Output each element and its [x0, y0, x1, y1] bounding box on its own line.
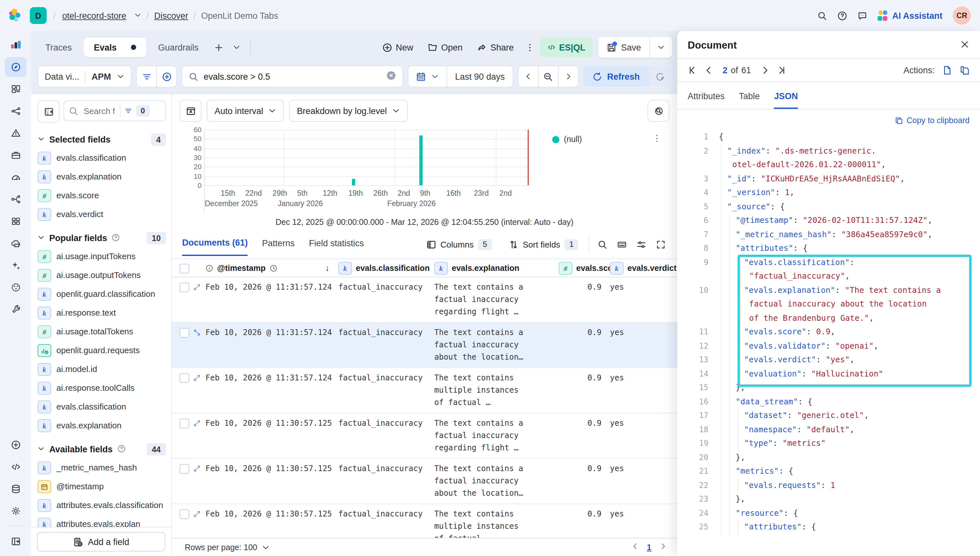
nav-data-icon[interactable] — [5, 478, 27, 499]
tab-list-chevron-icon[interactable] — [228, 39, 245, 56]
collapse-fields-icon[interactable] — [37, 100, 60, 123]
section-help-icon[interactable] — [112, 233, 120, 243]
grid-keyboard-icon[interactable] — [613, 235, 631, 254]
grid-header-timestamp[interactable]: @timestamp↓ — [205, 263, 338, 273]
rows-per-page[interactable]: Rows per page: 100 — [185, 543, 270, 552]
add-field-button[interactable]: Add a field — [37, 532, 165, 551]
nav-alerts-icon[interactable] — [5, 123, 27, 143]
view-single-document-icon[interactable] — [943, 65, 952, 75]
new-button[interactable]: New — [376, 37, 419, 57]
share-button[interactable]: Share — [471, 37, 519, 57]
query-input[interactable]: evals.score > 0.5 — [182, 65, 403, 87]
field-item[interactable]: kevals.verdict — [37, 208, 166, 221]
analytics-logo-icon[interactable] — [5, 35, 27, 55]
sort-fields-button[interactable]: Sort fields1 — [502, 234, 585, 254]
flyout-tab-table[interactable]: Table — [739, 91, 760, 109]
field-item[interactable]: kai.response.text — [37, 307, 166, 320]
refresh-button[interactable]: Refresh — [583, 66, 649, 87]
space-badge[interactable]: D — [30, 7, 47, 24]
chart-plot[interactable]: 15th22nd29th5th12th19th26th2nd9th16th23r… — [204, 129, 529, 213]
save-visualization-icon[interactable] — [647, 100, 670, 122]
last-doc-icon[interactable] — [776, 65, 786, 75]
field-search-input[interactable]: 0 — [63, 100, 166, 121]
nav-machine-learning-icon[interactable] — [5, 101, 27, 121]
filter-icon[interactable] — [136, 65, 157, 87]
add-filter-icon[interactable] — [157, 65, 177, 87]
save-options-chevron[interactable] — [650, 37, 672, 58]
nav-discover-icon[interactable] — [5, 57, 27, 77]
json-viewer[interactable]: 1{2"_index": ".ds-metrics-generic.otel-d… — [677, 126, 980, 556]
section-chevron-icon[interactable] — [37, 444, 45, 454]
tab-patterns[interactable]: Patterns — [262, 238, 295, 255]
data-view-picker[interactable]: Data vi... APM — [37, 65, 132, 87]
field-item[interactable]: kevals.classification — [37, 152, 166, 165]
nav-ai-sparkles-icon[interactable] — [5, 255, 27, 275]
breadcrumb-item-1[interactable]: Discover — [154, 11, 188, 20]
time-forward-icon[interactable] — [558, 65, 579, 87]
esql-badge[interactable]: ES|QL — [540, 37, 593, 57]
first-doc-icon[interactable] — [688, 65, 697, 75]
nav-dashboards-icon[interactable] — [5, 79, 27, 99]
edit-visualization-icon[interactable] — [180, 100, 202, 122]
field-item[interactable]: kevals.explanation — [37, 419, 166, 432]
nav-user-journey-icon[interactable] — [5, 189, 27, 209]
next-page-icon[interactable] — [659, 542, 667, 552]
session-tab-traces[interactable]: Traces — [35, 37, 82, 57]
nav-fleet-icon[interactable] — [5, 233, 27, 253]
grid-header-evals.score[interactable]: #evals.score — [559, 262, 602, 275]
row-checkbox[interactable] — [180, 509, 189, 519]
nav-management-icon[interactable] — [5, 501, 27, 521]
nav-graph-icon[interactable] — [5, 277, 27, 297]
more-options-icon[interactable] — [522, 37, 537, 57]
session-tab-evals[interactable]: Evals — [84, 37, 147, 57]
tab-field-statistics[interactable]: Field statistics — [309, 238, 364, 255]
close-flyout-icon[interactable] — [960, 40, 970, 51]
prev-doc-icon[interactable] — [704, 65, 713, 75]
row-checkbox[interactable] — [180, 283, 189, 292]
nav-add-icon[interactable] — [5, 435, 27, 454]
grid-header-evals.verdict[interactable]: kevals.verdict — [602, 262, 677, 275]
flyout-tab-json[interactable]: JSON — [774, 91, 798, 109]
nav-apm-icon[interactable] — [5, 167, 27, 187]
expand-row-icon[interactable]: ⤢ — [194, 509, 200, 519]
tab-documents[interactable]: Documents (61) — [182, 238, 248, 255]
field-item[interactable]: kai.response.toolCalls — [37, 382, 166, 394]
ai-assistant-button[interactable]: AI Assistant — [878, 11, 943, 21]
table-row[interactable]: ⤢Feb 10, 2026 @ 11:30:57.125factual_inac… — [172, 414, 677, 459]
breadcrumb-item-0[interactable]: otel-record-store — [62, 11, 126, 20]
page-number[interactable]: 1 — [647, 543, 652, 552]
expand-row-icon[interactable]: ⤢ — [194, 283, 200, 292]
nav-code-icon[interactable] — [5, 457, 27, 477]
field-section-header[interactable]: Popular fields10 — [37, 232, 166, 244]
open-button[interactable]: Open — [422, 37, 468, 57]
table-row[interactable]: ⤢Feb 10, 2026 @ 11:31:57.124factual_inac… — [172, 368, 677, 414]
table-row[interactable]: ⤢Feb 10, 2026 @ 11:31:57.124factual_inac… — [172, 277, 677, 323]
next-doc-icon[interactable] — [760, 65, 770, 75]
field-section-header[interactable]: Available fields44 — [37, 443, 166, 456]
table-row[interactable]: ⤡Feb 10, 2026 @ 11:31:57.124factual_inac… — [172, 323, 677, 368]
grid-search-icon[interactable] — [593, 235, 611, 254]
search-icon[interactable] — [817, 11, 827, 20]
table-row[interactable]: ⤢Feb 10, 2026 @ 11:30:57.125factual_inac… — [172, 459, 677, 504]
row-checkbox[interactable] — [180, 373, 189, 383]
section-chevron-icon[interactable] — [37, 135, 45, 144]
field-item[interactable]: #ai.usage.totalTokens — [37, 325, 166, 338]
grid-fullscreen-icon[interactable] — [652, 235, 670, 254]
flyout-tab-attributes[interactable]: Attributes — [688, 91, 724, 109]
field-item[interactable]: #evals.score — [37, 189, 166, 202]
clear-query-icon[interactable] — [386, 71, 396, 82]
add-tab-button[interactable] — [210, 39, 227, 56]
nav-apps-grid-icon[interactable] — [5, 211, 27, 231]
expand-row-icon[interactable]: ⤢ — [194, 419, 200, 428]
expand-row-icon[interactable]: ⤢ — [194, 373, 200, 383]
row-checkbox[interactable] — [180, 464, 189, 474]
row-checkbox[interactable] — [180, 328, 189, 338]
nav-devtools-icon[interactable] — [5, 299, 27, 319]
field-item[interactable]: k_metric_names_hash — [37, 461, 166, 474]
field-item[interactable]: kopenlit.guard.classification — [37, 288, 166, 301]
legend-item[interactable]: (null) — [552, 135, 582, 144]
field-filter-icon[interactable] — [125, 107, 132, 115]
help-icon[interactable] — [838, 11, 847, 20]
time-back-icon[interactable] — [517, 65, 538, 87]
nav-cases-icon[interactable] — [5, 145, 27, 165]
